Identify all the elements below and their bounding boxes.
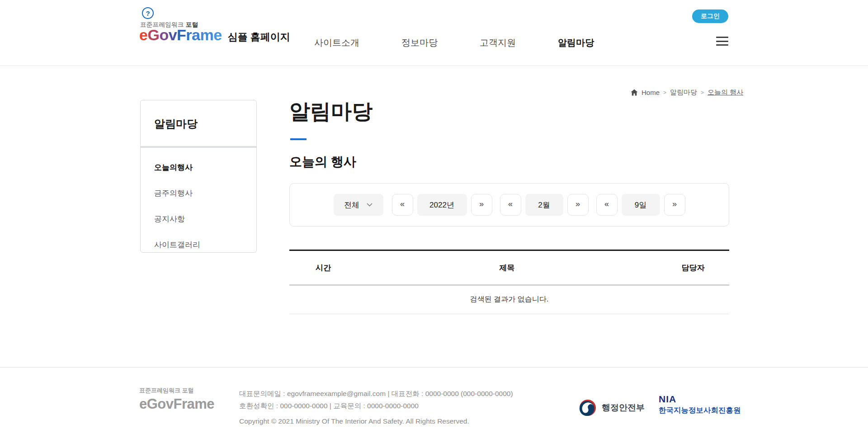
year-filter-group: « 2022년 » <box>392 194 492 216</box>
mois-emblem-icon <box>579 399 596 416</box>
mois-logo[interactable]: 행정안전부 <box>579 399 645 416</box>
next-year-button[interactable]: » <box>471 194 492 216</box>
footer-logo-tagline: 표준프레임워크 포털 <box>139 387 214 395</box>
nia-sub-label: 한국지능정보사회진흥원 <box>659 406 741 415</box>
nav-item-site-intro[interactable]: 사이트소개 <box>314 37 359 49</box>
column-header-title: 제목 <box>357 263 657 273</box>
footer-logo: 표준프레임워크 포털 eGovFrame <box>139 387 214 412</box>
sidebar-item-week-events[interactable]: 금주의행사 <box>154 188 243 198</box>
main-nav: 사이트소개 정보마당 고객지원 알림마당 <box>314 37 594 49</box>
brand-letter: e <box>213 26 222 43</box>
brand-letter: F <box>177 26 186 43</box>
empty-results-message: 검색된 결과가 없습니다. <box>289 285 729 314</box>
nia-label: NIA <box>659 394 741 405</box>
header: ? 표준프레임워크 포털 eGovFrame 심플 홈페이지 사이트소개 정보마… <box>0 0 868 66</box>
sidebar-item-today-events[interactable]: 오늘의행사 <box>154 162 243 173</box>
events-table: 시간 제목 담당자 검색된 결과가 없습니다. <box>289 250 729 314</box>
prev-month-button[interactable]: « <box>500 194 521 216</box>
next-month-button[interactable]: » <box>567 194 589 216</box>
sidebar: 알림마당 오늘의행사 금주의행사 공지사항 사이트갤러리 <box>140 100 257 253</box>
column-header-manager: 담당자 <box>657 263 729 273</box>
prev-day-button[interactable]: « <box>596 194 618 216</box>
day-filter-group: « 9일 » <box>596 194 685 216</box>
mois-label: 행정안전부 <box>602 402 645 414</box>
column-header-time: 시간 <box>289 263 357 273</box>
nav-item-info[interactable]: 정보마당 <box>401 37 438 49</box>
chevron-down-icon <box>367 203 373 207</box>
brand-letter: o <box>159 26 168 43</box>
brand-logo[interactable]: eGovFrame <box>139 26 222 44</box>
title-underline <box>290 138 307 140</box>
menu-icon[interactable] <box>716 37 728 46</box>
sidebar-title: 알림마당 <box>141 100 256 148</box>
table-header-row: 시간 제목 담당자 <box>289 251 729 285</box>
category-select[interactable]: 전체 <box>334 194 383 216</box>
page-title: 알림마당 <box>289 98 373 126</box>
year-value: 2022년 <box>417 194 467 216</box>
footer-logo-brand: eGovFrame <box>139 396 214 412</box>
next-day-button[interactable]: » <box>664 194 685 216</box>
day-value: 9일 <box>622 194 660 216</box>
sidebar-menu: 오늘의행사 금주의행사 공지사항 사이트갤러리 <box>141 148 256 250</box>
footer-contact-line2: 호환성확인 : 000-0000-0000 | 교육문의 : 0000-0000… <box>239 400 513 412</box>
date-filter-bar: 전체 « 2022년 » « 2월 » « 9일 » <box>289 183 729 226</box>
main-panel: 알림마당 오늘의 행사 전체 « 2022년 » « 2월 » <box>289 66 729 367</box>
nav-item-notice[interactable]: 알림마당 <box>558 37 594 49</box>
content-area: Home > 알림마당 > 오늘의 행사 알림마당 오늘의행사 금주의행사 공지… <box>0 66 868 367</box>
help-icon[interactable]: ? <box>142 7 154 19</box>
nia-logo[interactable]: NIA 한국지능정보사회진흥원 <box>659 394 741 415</box>
sidebar-item-gallery[interactable]: 사이트갤러리 <box>154 240 243 250</box>
prev-year-button[interactable]: « <box>392 194 413 216</box>
logo-row: eGovFrame 심플 홈페이지 <box>139 26 290 44</box>
brand-letter: r <box>186 26 192 43</box>
brand-letter: e <box>139 26 147 43</box>
brand-letter: m <box>200 26 214 43</box>
brand-letter: G <box>147 26 159 43</box>
brand-letter: v <box>169 26 177 43</box>
page: ? 표준프레임워크 포털 eGovFrame 심플 홈페이지 사이트소개 정보마… <box>0 0 868 448</box>
section-title: 오늘의 행사 <box>289 153 356 170</box>
month-value: 2월 <box>525 194 563 216</box>
login-button[interactable]: 로그인 <box>692 9 728 23</box>
brand-letter: a <box>192 26 200 43</box>
category-select-value: 전체 <box>344 200 359 210</box>
footer-contact: 대표문의메일 : egovframeexample@gmail.com | 대표… <box>239 387 513 412</box>
nav-item-support[interactable]: 고객지원 <box>480 37 516 49</box>
footer: 표준프레임워크 포털 eGovFrame 대표문의메일 : egovframee… <box>0 367 868 448</box>
footer-copyright: Copyright © 2021 Ministry Of The Interio… <box>239 417 469 425</box>
site-subtitle: 심플 홈페이지 <box>228 30 290 44</box>
month-filter-group: « 2월 » <box>500 194 589 216</box>
sidebar-item-notices[interactable]: 공지사항 <box>154 214 243 224</box>
footer-contact-line1: 대표문의메일 : egovframeexample@gmail.com | 대표… <box>239 387 513 400</box>
